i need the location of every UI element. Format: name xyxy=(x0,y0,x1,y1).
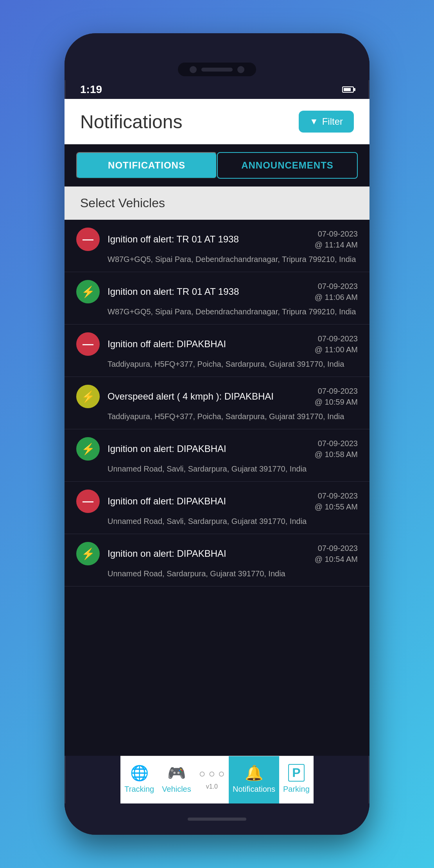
notif-title-2: Ignition off alert: DIPAKBHAI xyxy=(108,339,226,349)
notif-time-2: 07-09-2023@ 11:00 AM xyxy=(315,333,358,355)
tracking-icon: 🌐 xyxy=(130,764,149,782)
bottom-nav: 🌐 Tracking 🎮 Vehicles ○ ○ ○ v1.0 🔔 Notif… xyxy=(120,756,314,803)
notif-content-3: Overspeed alert ( 4 kmph ): DIPAKBHAI xyxy=(108,391,307,402)
notif-title-0: Ignition off alert: TR 01 AT 1938 xyxy=(108,234,239,244)
notif-title-5: Ignition off alert: DIPAKBHAI xyxy=(108,496,226,506)
phone-top-bar xyxy=(65,33,369,80)
notification-row-3: ⚡ Overspeed alert ( 4 kmph ): DIPAKBHAI … xyxy=(76,385,358,408)
notification-item-5: — Ignition off alert: DIPAKBHAI 07-09-20… xyxy=(65,482,369,534)
status-bar: 1:19 xyxy=(65,80,369,99)
notification-row-2: — Ignition off alert: DIPAKBHAI 07-09-20… xyxy=(76,332,358,356)
notification-item-6: ⚡ Ignition on alert: DIPAKBHAI 07-09-202… xyxy=(65,534,369,586)
camera-dot-2 xyxy=(237,66,244,73)
notif-address-2: Taddiyapura, H5FQ+377, Poicha, Sardarpur… xyxy=(76,360,358,369)
notification-item-1: ⚡ Ignition on alert: TR 01 AT 1938 07-09… xyxy=(65,272,369,325)
notification-row-6: ⚡ Ignition on alert: DIPAKBHAI 07-09-202… xyxy=(76,542,358,565)
notification-item-0: — Ignition off alert: TR 01 AT 1938 07-0… xyxy=(65,220,369,272)
tab-announcements[interactable]: ANNOUNCEMENTS xyxy=(217,152,358,179)
notif-icon-5: — xyxy=(76,490,100,513)
battery-icon xyxy=(342,86,354,93)
notification-row-1: ⚡ Ignition on alert: TR 01 AT 1938 07-09… xyxy=(76,280,358,303)
notif-address-4: Unnamed Road, Savli, Sardarpura, Gujarat… xyxy=(76,464,358,473)
nav-item-notifications[interactable]: 🔔 Notifications xyxy=(229,756,279,803)
version-circles-icon: ○ ○ ○ xyxy=(199,768,225,780)
home-indicator xyxy=(188,818,246,821)
notif-time-4: 07-09-2023@ 10:58 AM xyxy=(315,438,358,460)
notification-row-0: — Ignition off alert: TR 01 AT 1938 07-0… xyxy=(76,228,358,251)
page-header: Notifications ▼ Filter xyxy=(65,99,369,144)
notifications-list: — Ignition off alert: TR 01 AT 1938 07-0… xyxy=(65,220,369,756)
phone-frame: 1:19 Notifications ▼ Filter NOTIFICATION… xyxy=(65,33,369,835)
nav-item-tracking[interactable]: 🌐 Tracking xyxy=(120,756,158,803)
tracking-label: Tracking xyxy=(124,785,154,794)
notif-title-4: Ignition on alert: DIPAKBHAI xyxy=(108,443,226,454)
status-icons xyxy=(342,86,354,93)
notif-content-4: Ignition on alert: DIPAKBHAI xyxy=(108,443,307,454)
vehicles-icon: 🎮 xyxy=(167,764,186,782)
notification-item-3: ⚡ Overspeed alert ( 4 kmph ): DIPAKBHAI … xyxy=(65,377,369,429)
page-title: Notifications xyxy=(80,111,182,133)
notif-icon-2: — xyxy=(76,332,100,356)
notif-content-6: Ignition on alert: DIPAKBHAI xyxy=(108,548,307,559)
notif-time-3: 07-09-2023@ 10:59 AM xyxy=(315,386,358,407)
notif-time-5: 07-09-2023@ 10:55 AM xyxy=(315,490,358,512)
notif-content-5: Ignition off alert: DIPAKBHAI xyxy=(108,496,307,507)
camera-area xyxy=(178,63,256,76)
nav-item-version: ○ ○ ○ v1.0 xyxy=(195,756,229,803)
notif-icon-4: ⚡ xyxy=(76,437,100,461)
filter-icon: ▼ xyxy=(310,117,318,127)
notif-title-6: Ignition on alert: DIPAKBHAI xyxy=(108,548,226,559)
notif-address-0: W87G+GQ5, Sipai Para, Debendrachandranag… xyxy=(76,255,358,264)
nav-item-parking[interactable]: P Parking xyxy=(279,756,314,803)
vehicles-label: Vehicles xyxy=(162,785,191,794)
notif-time-6: 07-09-2023@ 10:54 AM xyxy=(315,543,358,565)
notifications-nav-label: Notifications xyxy=(233,785,275,794)
notif-icon-0: — xyxy=(76,228,100,251)
select-vehicles-text: Select Vehicles xyxy=(80,196,165,210)
notif-address-3: Taddiyapura, H5FQ+377, Poicha, Sardarpur… xyxy=(76,412,358,421)
notifications-icon: 🔔 xyxy=(245,764,263,782)
notification-item-2: — Ignition off alert: DIPAKBHAI 07-09-20… xyxy=(65,325,369,377)
notif-content-2: Ignition off alert: DIPAKBHAI xyxy=(108,339,307,350)
notification-row-5: — Ignition off alert: DIPAKBHAI 07-09-20… xyxy=(76,490,358,513)
tab-notifications[interactable]: NOTIFICATIONS xyxy=(76,152,217,179)
parking-label: Parking xyxy=(283,785,310,794)
notif-icon-3: ⚡ xyxy=(76,385,100,408)
notif-content-1: Ignition on alert: TR 01 AT 1938 xyxy=(108,286,307,297)
notif-time-1: 07-09-2023@ 11:06 AM xyxy=(315,281,358,303)
filter-button[interactable]: ▼ Filter xyxy=(299,111,354,133)
speaker-bar xyxy=(201,68,233,72)
screen: Notifications ▼ Filter NOTIFICATIONS ANN… xyxy=(65,99,369,756)
notif-time-0: 07-09-2023@ 11:14 AM xyxy=(315,228,358,250)
notif-address-1: W87G+GQ5, Sipai Para, Debendrachandranag… xyxy=(76,307,358,316)
notif-icon-1: ⚡ xyxy=(76,280,100,303)
notification-row-4: ⚡ Ignition on alert: DIPAKBHAI 07-09-202… xyxy=(76,437,358,461)
nav-item-vehicles[interactable]: 🎮 Vehicles xyxy=(158,756,195,803)
notif-title-1: Ignition on alert: TR 01 AT 1938 xyxy=(108,286,239,297)
status-time: 1:19 xyxy=(80,83,102,96)
phone-bottom-bar xyxy=(65,803,369,835)
notif-title-3: Overspeed alert ( 4 kmph ): DIPAKBHAI xyxy=(108,391,274,402)
notif-address-6: Unnamed Road, Sardarpura, Gujarat 391770… xyxy=(76,569,358,578)
parking-icon: P xyxy=(288,764,304,782)
filter-label: Filter xyxy=(322,116,343,127)
camera-dot xyxy=(190,66,197,73)
notif-address-5: Unnamed Road, Savli, Sardarpura, Gujarat… xyxy=(76,517,358,526)
version-label: v1.0 xyxy=(206,783,218,790)
notif-content-0: Ignition off alert: TR 01 AT 1938 xyxy=(108,234,307,245)
tabs-bar: NOTIFICATIONS ANNOUNCEMENTS xyxy=(65,144,369,187)
notification-item-4: ⚡ Ignition on alert: DIPAKBHAI 07-09-202… xyxy=(65,429,369,482)
notif-icon-6: ⚡ xyxy=(76,542,100,565)
select-vehicles-bar[interactable]: Select Vehicles xyxy=(65,187,369,220)
